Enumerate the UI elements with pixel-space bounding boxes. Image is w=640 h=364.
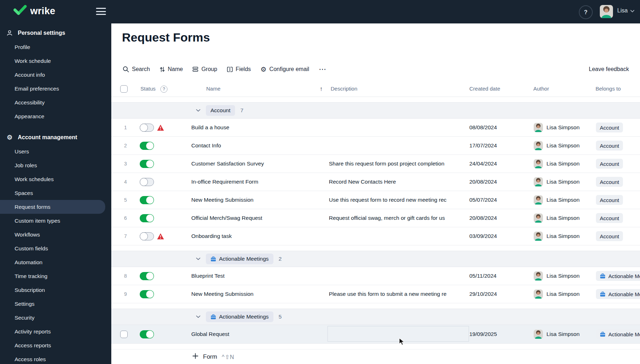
- author-cell: Lisa Simpson: [534, 267, 580, 285]
- status-toggle-on[interactable]: [140, 330, 154, 338]
- table-row[interactable]: 3Customer Satisfaction SurveyShare this …: [111, 155, 640, 173]
- created-date: 17/07/2024: [469, 137, 497, 154]
- group-collapse-chevron-icon[interactable]: [196, 315, 201, 318]
- sort-by-name-button[interactable]: Name: [160, 66, 183, 72]
- table-row[interactable]: 4In-office Requirement FormRecord New Co…: [111, 173, 640, 191]
- status-toggle-on[interactable]: [140, 272, 154, 280]
- wrike-logo[interactable]: wrike: [14, 5, 55, 17]
- row-checkbox[interactable]: [120, 331, 128, 338]
- group-count: 5: [279, 314, 282, 320]
- status-toggle-on[interactable]: [140, 142, 154, 150]
- gear-icon: ⚙: [261, 65, 267, 74]
- sidebar-item-email-preferences[interactable]: Email preferences: [0, 82, 105, 96]
- shortcut-hint: ^⇧N: [222, 354, 234, 360]
- sidebar-item-account-info[interactable]: Account info: [0, 68, 105, 82]
- add-form-button[interactable]: Form ^⇧N: [192, 353, 234, 361]
- group-header-row[interactable]: Actionable Meetings2: [111, 251, 640, 267]
- table-row[interactable]: 2Contact Info17/07/2024Lisa SimpsonAccou…: [111, 137, 640, 155]
- form-name[interactable]: Blueprint Test: [191, 267, 325, 285]
- form-name[interactable]: Customer Satisfaction Survey: [191, 155, 325, 173]
- sidebar-item-job-roles[interactable]: Job roles: [0, 158, 105, 172]
- belongs-to-label: Account: [600, 143, 619, 149]
- form-name[interactable]: Build a a house: [191, 119, 325, 136]
- belongs-to-pill: Account: [596, 159, 623, 169]
- author-name: Lisa Simpson: [546, 215, 580, 221]
- sidebar-item-access-roles[interactable]: Access roles: [0, 352, 105, 364]
- status-toggle-on[interactable]: [140, 290, 154, 298]
- sidebar-item-work-schedule[interactable]: Work schedule: [0, 54, 105, 68]
- sidebar-item-request-forms[interactable]: Request forms: [0, 200, 105, 214]
- sidebar-item-settings[interactable]: Settings: [0, 297, 105, 311]
- sidebar-item-automation[interactable]: Automation: [0, 255, 105, 269]
- chevron-down-icon: [630, 7, 634, 14]
- user-menu[interactable]: Lisa: [617, 7, 634, 14]
- status-toggle-off[interactable]: [140, 124, 154, 132]
- status-help-icon[interactable]: ?: [160, 86, 167, 93]
- sidebar-item-security[interactable]: Security: [0, 311, 105, 325]
- belongs-to-column-header[interactable]: Belongs to: [596, 86, 621, 92]
- leave-feedback-link[interactable]: Leave feedback: [589, 66, 629, 72]
- sidebar-item-time-tracking[interactable]: Time tracking: [0, 269, 105, 283]
- add-form-footer: Form ^⇧N: [111, 349, 640, 364]
- sidebar-item-subscription[interactable]: Subscription: [0, 283, 105, 297]
- belongs-to-label: Actionable Meetings: [608, 273, 640, 279]
- status-toggle-on[interactable]: [140, 214, 154, 222]
- author-column-header[interactable]: Author: [533, 86, 549, 92]
- group-collapse-chevron-icon[interactable]: [196, 257, 201, 260]
- description-cell-highlight[interactable]: [327, 326, 469, 342]
- description-column-header[interactable]: Description: [331, 86, 357, 92]
- group-header-row[interactable]: Actionable Meetings5: [111, 309, 640, 325]
- sidebar-item-access-reports[interactable]: Access reports: [0, 338, 105, 352]
- form-name[interactable]: Contact Info: [191, 137, 325, 154]
- sidebar-item-custom-fields[interactable]: Custom fields: [0, 241, 105, 255]
- sidebar-item-custom-item-types[interactable]: Custom item types: [0, 214, 105, 228]
- form-name[interactable]: New Meeting Submission: [191, 285, 325, 303]
- table-row[interactable]: 5New Meeting SubmissionUse this request …: [111, 191, 640, 209]
- form-name[interactable]: Global Request: [191, 325, 325, 343]
- form-name[interactable]: Onboarding task: [191, 227, 325, 245]
- user-avatar[interactable]: [600, 5, 613, 18]
- search-button[interactable]: Search: [123, 66, 150, 72]
- group-collapse-chevron-icon[interactable]: [196, 109, 201, 112]
- sidebar-item-work-schedules[interactable]: Work schedules: [0, 172, 105, 186]
- table-row[interactable]: 6Official Merch/Swag RequestRequest offi…: [111, 209, 640, 227]
- briefcase-icon: [210, 314, 216, 320]
- sidebar-item-accessibility[interactable]: Accessibility: [0, 96, 105, 109]
- created-date: 08/08/2024: [469, 119, 497, 136]
- table-row[interactable]: 9New Meeting SubmissionPlease use this f…: [111, 285, 640, 303]
- sidebar-item-profile[interactable]: Profile: [0, 40, 105, 54]
- fields-button[interactable]: Fields: [227, 66, 251, 72]
- form-name[interactable]: In-office Requirement Form: [191, 173, 325, 191]
- status-toggle-on[interactable]: [140, 196, 154, 204]
- status-toggle-on[interactable]: [140, 160, 154, 168]
- belongs-to-label: Account: [600, 179, 619, 185]
- form-name[interactable]: New Meeting Submission: [191, 191, 325, 209]
- table-row[interactable]: 7Onboarding task03/09/2024Lisa SimpsonAc…: [111, 227, 640, 245]
- group-header-row[interactable]: Account7: [111, 102, 640, 119]
- status-toggle-off[interactable]: [140, 232, 154, 240]
- name-column-header[interactable]: Name: [206, 86, 220, 92]
- sidebar-item-appearance[interactable]: Appearance: [0, 109, 105, 123]
- more-options-button[interactable]: ⋯: [319, 67, 327, 71]
- group-button[interactable]: Group: [192, 66, 217, 72]
- sidebar-item-users[interactable]: Users: [0, 145, 105, 158]
- hamburger-menu-icon[interactable]: [96, 7, 106, 16]
- sidebar-item-spaces[interactable]: Spaces: [0, 186, 105, 200]
- author-avatar: [534, 123, 543, 132]
- brand-name: wrike: [30, 6, 55, 17]
- briefcase-icon: [210, 256, 216, 262]
- help-icon[interactable]: ?: [579, 5, 593, 19]
- select-all-checkbox[interactable]: [120, 85, 128, 93]
- table-row[interactable]: 1Build a a house08/08/2024Lisa SimpsonAc…: [111, 119, 640, 137]
- table-row[interactable]: Global Request19/09/2025Lisa SimpsonActi…: [111, 325, 640, 344]
- form-name[interactable]: Official Merch/Swag Request: [191, 209, 325, 227]
- status-toggle-off[interactable]: [140, 178, 154, 186]
- configure-email-button[interactable]: ⚙ Configure email: [261, 65, 309, 74]
- status-column-header[interactable]: Status: [140, 86, 156, 92]
- table-row[interactable]: 8Blueprint Test05/11/2024Lisa SimpsonAct…: [111, 267, 640, 285]
- created-date-column-header[interactable]: Created date: [469, 86, 500, 92]
- sort-direction-icon[interactable]: ↑: [320, 86, 323, 93]
- sidebar-item-workflows[interactable]: Workflows: [0, 228, 105, 241]
- created-date: 05/11/2024: [469, 267, 496, 285]
- sidebar-item-activity-reports[interactable]: Activity reports: [0, 325, 105, 338]
